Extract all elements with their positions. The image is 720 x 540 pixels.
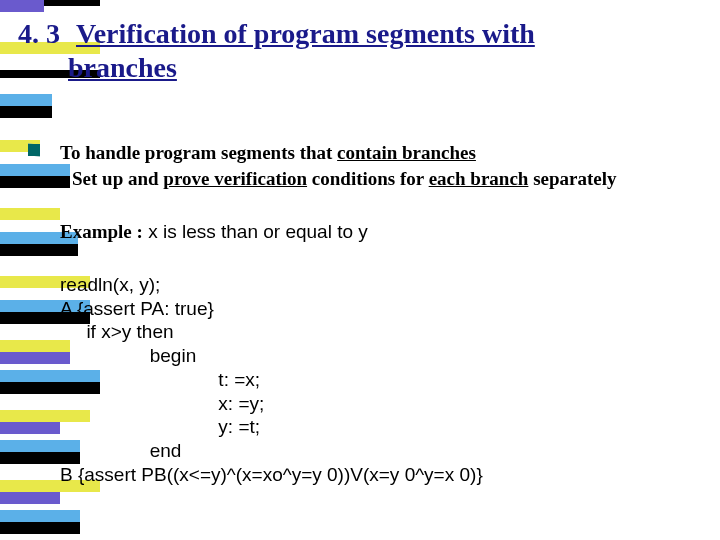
code-line: B {assert PB((x<=y)^(x=xo^y=y 0))V(x=y 0… [60,464,483,485]
code-line: A {assert PA: true} [60,298,214,319]
code-line: y: =t; [60,416,260,437]
code-line: readln(x, y); [60,274,160,295]
slide-body: To handle program segments that contain … [60,140,690,487]
section-number: 4. 3 [18,18,60,49]
text: conditions for [307,168,429,189]
code-block: readln(x, y); A {assert PA: true} if x>y… [60,273,690,487]
decor-stripe [0,208,60,220]
slide: { "title": { "number": "4. 3", "line1": … [0,0,720,540]
code-line: x: =y; [60,393,264,414]
example-text: x is less than or equal to y [143,221,368,242]
bullet-subtext: Set up and prove verification conditions… [72,166,690,192]
example-line: Example : x is less than or equal to y [60,219,690,245]
decor-stripe [0,522,80,534]
bullet-item: To handle program segments that contain … [60,140,690,191]
code-line: end [60,440,181,461]
section-heading: 4. 3 Verification of program segments wi… [18,18,690,84]
decor-stripe [0,492,60,504]
section-title-line2: branches [68,52,690,84]
bullet-icon [28,144,40,156]
decor-stripe [0,510,80,522]
section-title-line1: Verification of program segments with [76,18,535,49]
text-underline: prove verification [163,168,307,189]
code-line: if x>y then [60,321,174,342]
decor-stripe [0,106,52,118]
text: separately [528,168,616,189]
text: To handle program segments that [60,142,337,163]
decor-stripe [0,422,60,434]
decor-stripe [0,0,44,12]
code-line: begin [60,345,196,366]
code-line: t: =x; [60,369,260,390]
text: Set up and [72,168,163,189]
bullet-text: To handle program segments that contain … [60,140,690,166]
text-underline: each branch [429,168,529,189]
text-underline: contain branches [337,142,476,163]
decor-stripe [0,94,52,106]
example-label: Example : [60,221,143,242]
